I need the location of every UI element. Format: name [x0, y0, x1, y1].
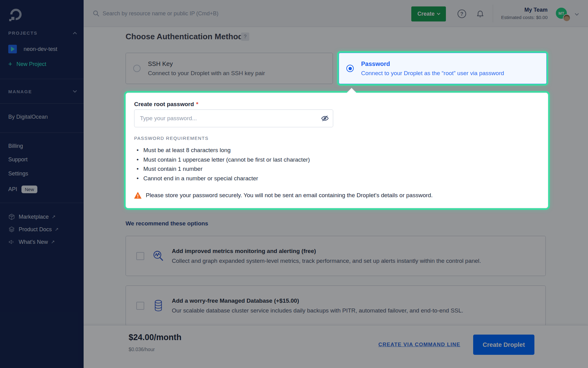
project-icon: [8, 45, 17, 53]
cube-icon: [8, 213, 15, 220]
chevron-down-icon: [437, 11, 440, 15]
team-menu[interactable]: My Team Estimated costs: $0.00: [501, 7, 548, 20]
heading-help-badge[interactable]: ?: [241, 33, 249, 41]
create-button-label: Create: [417, 11, 435, 17]
password-title: Password: [361, 60, 504, 67]
settings-label: Settings: [8, 171, 28, 177]
product-docs-label: Product Docs: [19, 226, 52, 233]
auth-option-password[interactable]: Password Connect to your Droplet as the …: [339, 53, 547, 84]
external-link-arrow-icon: ↗: [55, 227, 59, 232]
root-password-input[interactable]: [134, 109, 333, 127]
chevron-up-icon: [73, 32, 77, 36]
metrics-option-title: Add improved metrics monitoring and aler…: [172, 248, 481, 255]
search-icon: [93, 10, 100, 18]
create-root-password-label: Create root password*: [134, 101, 198, 108]
sidebar-item-support[interactable]: Support: [8, 155, 76, 164]
option-card-managed-database[interactable]: Add a worry-free Managed Database (+$15.…: [126, 286, 546, 326]
sidebar-divider: [0, 79, 84, 79]
page-title: Choose Authentication Method: [126, 32, 243, 41]
megaphone-icon: [8, 239, 15, 245]
sidebar: PROJECTS neon-dev-test + New Project MAN…: [0, 0, 84, 368]
digitalocean-logo-icon[interactable]: [9, 8, 23, 22]
create-via-command-line-link[interactable]: CREATE VIA COMMAND LINE: [379, 342, 460, 348]
ssh-key-title: SSH Key: [148, 60, 265, 67]
topbar: Create ? My Team Estimated costs: $0.00 …: [84, 0, 588, 27]
sidebar-link-marketplace[interactable]: Marketplace ↗: [8, 212, 76, 222]
option-card-metrics[interactable]: Add improved metrics monitoring and aler…: [126, 236, 546, 276]
sidebar-item-by-digitalocean[interactable]: By DigitalOcean: [8, 112, 76, 121]
whats-new-label: What's New: [19, 239, 48, 245]
sidebar-item-settings[interactable]: Settings: [8, 169, 76, 178]
sidebar-link-whats-new[interactable]: What's New ↗: [8, 237, 76, 247]
new-project-label: New Project: [17, 61, 46, 67]
hourly-price: $0.036/hour: [129, 347, 155, 352]
main-content: Choose Authentication Method ? SSH Key C…: [84, 27, 588, 325]
sidebar-divider: [0, 132, 84, 133]
recommend-heading: We recommend these options: [126, 220, 208, 227]
metrics-checkbox[interactable]: [136, 252, 144, 260]
user-avatar[interactable]: [563, 14, 571, 22]
metrics-monitoring-icon: [152, 250, 165, 263]
radio-selected-icon[interactable]: [346, 65, 354, 72]
billing-label: Billing: [8, 143, 23, 149]
panel-caret: [347, 88, 356, 97]
footer-bar: $24.00/month $0.036/hour CREATE VIA COMM…: [84, 325, 588, 368]
external-link-arrow-icon: ↗: [52, 214, 56, 220]
database-icon: [152, 299, 165, 312]
database-option-description: Our scalable database cluster service in…: [172, 307, 463, 314]
help-glyph: ?: [460, 11, 463, 17]
monthly-price: $24.00/month: [129, 333, 182, 342]
requirement-item: Must contain 1 number: [134, 164, 310, 174]
required-asterisk: *: [196, 101, 198, 107]
password-requirements-list: Must be at least 8 characters long Must …: [134, 146, 310, 183]
notifications-bell-button[interactable]: [476, 9, 484, 19]
projects-header-label: PROJECTS: [8, 30, 37, 36]
sidebar-divider: [0, 203, 84, 203]
password-panel: Create root password* PASSWORD REQUIREME…: [126, 93, 548, 208]
warning-text: Please store your password securely. You…: [146, 192, 433, 199]
toggle-password-visibility-button[interactable]: [321, 114, 329, 123]
requirement-item: Cannot end in a number or special charac…: [134, 174, 310, 183]
requirement-item: Must be at least 8 characters long: [134, 146, 310, 155]
database-checkbox[interactable]: [136, 302, 144, 310]
search-input[interactable]: [103, 7, 335, 20]
auth-option-ssh-key[interactable]: SSH Key Connect to your Droplet with an …: [126, 53, 333, 84]
metrics-option-description: Collect and graph expanded system-level …: [172, 258, 481, 264]
database-option-title: Add a worry-free Managed Database (+$15.…: [172, 297, 463, 304]
password-description: Connect to your Droplet as the “root” us…: [361, 70, 504, 77]
sidebar-item-billing[interactable]: Billing: [8, 141, 76, 151]
warning-triangle-icon: [134, 192, 141, 199]
sidebar-divider: [0, 103, 84, 104]
plus-icon: +: [8, 60, 12, 68]
ssh-key-description: Connect to your Droplet with an SSH key …: [148, 70, 265, 77]
topbar-divider: [493, 5, 493, 22]
layers-icon: [8, 226, 15, 233]
manage-header-label: MANAGE: [8, 89, 32, 94]
estimated-costs-label: Estimated costs: $0.00: [501, 15, 548, 20]
radio-unselected-icon[interactable]: [133, 65, 141, 72]
chevron-down-icon[interactable]: [575, 12, 579, 16]
password-requirements-header: PASSWORD REQUIREMENTS: [134, 136, 209, 141]
eye-off-icon: [321, 114, 329, 122]
projects-section-header[interactable]: PROJECTS: [8, 29, 76, 37]
manage-section-header[interactable]: MANAGE: [8, 87, 76, 96]
chevron-down-icon: [73, 89, 77, 93]
api-label: API: [8, 186, 17, 193]
marketplace-label: Marketplace: [19, 214, 49, 220]
by-digitalocean-label: By DigitalOcean: [8, 114, 48, 120]
project-name-label: neon-dev-test: [24, 46, 57, 52]
support-label: Support: [8, 156, 28, 163]
sidebar-link-product-docs[interactable]: Product Docs ↗: [8, 224, 76, 235]
password-warning: Please store your password securely. You…: [134, 192, 433, 199]
new-badge: New: [21, 186, 37, 193]
external-link-arrow-icon: ↗: [51, 239, 55, 245]
requirement-item: Must contain 1 uppercase letter (cannot …: [134, 155, 310, 165]
sidebar-item-api[interactable]: API New: [8, 184, 76, 194]
help-button[interactable]: ?: [457, 9, 466, 19]
create-button[interactable]: Create: [411, 6, 446, 21]
avatar-initials: MT: [559, 11, 564, 16]
new-project-button[interactable]: + New Project: [8, 59, 76, 70]
create-droplet-button[interactable]: Create Droplet: [473, 335, 534, 355]
team-name-label: My Team: [501, 7, 548, 13]
sidebar-item-project[interactable]: neon-dev-test: [8, 44, 76, 55]
